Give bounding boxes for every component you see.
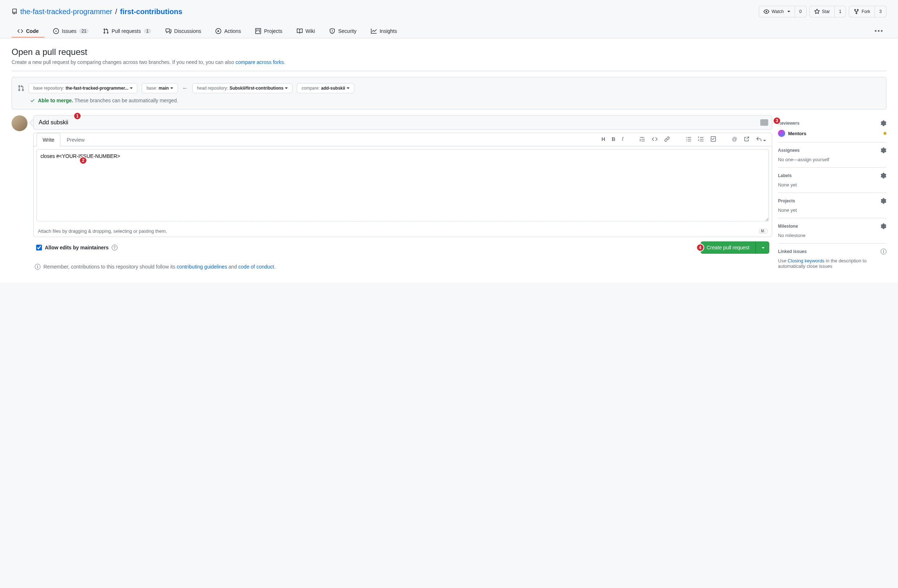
tab-actions[interactable]: Actions bbox=[210, 25, 246, 38]
fork-count[interactable]: 3 bbox=[875, 6, 886, 17]
projects-title[interactable]: Projects bbox=[778, 198, 795, 203]
issue-icon bbox=[53, 28, 59, 34]
book-icon bbox=[297, 28, 303, 34]
quote-icon[interactable] bbox=[640, 136, 645, 143]
annotation-3: 3 bbox=[773, 117, 781, 125]
tab-discussions[interactable]: Discussions bbox=[160, 25, 207, 38]
base-repo-select[interactable]: base repository: the-fast-tracked-progra… bbox=[29, 83, 137, 93]
bullet-list-icon[interactable] bbox=[686, 136, 692, 143]
markdown-badge[interactable]: M↓ bbox=[759, 229, 767, 233]
fork-icon bbox=[853, 9, 859, 14]
keyboard-shortcut-icon bbox=[760, 119, 768, 126]
gear-icon[interactable] bbox=[881, 147, 886, 153]
graph-icon bbox=[371, 28, 377, 34]
review-pending-dot bbox=[884, 132, 886, 135]
shield-icon bbox=[329, 28, 335, 34]
milestone-title[interactable]: Milestone bbox=[778, 224, 798, 229]
help-icon[interactable]: ? bbox=[112, 245, 117, 250]
arrow-left-icon: ← bbox=[182, 85, 188, 91]
closing-keywords-link[interactable]: Closing keywords bbox=[788, 258, 824, 264]
base-branch-select[interactable]: base: main bbox=[142, 83, 177, 93]
tasklist-icon[interactable] bbox=[710, 136, 716, 143]
code-icon[interactable] bbox=[652, 136, 658, 143]
linked-issues-title: Linked issues bbox=[778, 249, 807, 254]
pr-body-textarea[interactable] bbox=[37, 149, 769, 221]
assign-yourself-link[interactable]: assign yourself bbox=[798, 157, 829, 162]
preview-tab[interactable]: Preview bbox=[60, 133, 91, 146]
watch-count[interactable]: 0 bbox=[795, 6, 807, 17]
assignees-title[interactable]: Assignees bbox=[778, 148, 800, 153]
eye-icon bbox=[764, 9, 769, 14]
italic-icon[interactable]: I bbox=[622, 136, 624, 143]
page-subtitle: Create a new pull request by comparing c… bbox=[12, 59, 886, 65]
annotation-4: 4 bbox=[696, 244, 704, 252]
pull-request-icon bbox=[103, 28, 109, 34]
heading-icon[interactable]: H bbox=[601, 136, 605, 143]
pulls-count: 1 bbox=[144, 29, 151, 34]
info-icon[interactable]: i bbox=[881, 249, 886, 255]
allow-edits-label[interactable]: Allow edits by maintainers ? bbox=[36, 245, 117, 250]
check-icon bbox=[30, 98, 35, 103]
discussion-icon bbox=[166, 28, 171, 34]
repo-breadcrumb: the-fast-tracked-programmer / first-cont… bbox=[12, 8, 182, 16]
tab-insights[interactable]: Insights bbox=[365, 25, 403, 38]
star-button[interactable]: Star bbox=[809, 6, 835, 17]
issues-count: 21 bbox=[79, 29, 88, 34]
tab-projects[interactable]: Projects bbox=[249, 25, 288, 38]
compare-box: base repository: the-fast-tracked-progra… bbox=[12, 77, 886, 109]
gear-icon[interactable] bbox=[881, 173, 886, 178]
labels-title[interactable]: Labels bbox=[778, 173, 792, 178]
fork-button[interactable]: Fork bbox=[849, 6, 875, 17]
attach-hint[interactable]: Attach files by dragging & dropping, sel… bbox=[38, 229, 167, 234]
star-count[interactable]: 1 bbox=[835, 6, 846, 17]
annotation-2: 2 bbox=[79, 157, 87, 164]
tab-security[interactable]: Security bbox=[324, 25, 362, 38]
tab-pulls[interactable]: Pull requests 1 bbox=[97, 25, 157, 38]
compare-icon bbox=[18, 85, 24, 91]
repo-owner-link[interactable]: the-fast-tracked-programmer bbox=[20, 8, 112, 16]
reviewer-mentors[interactable]: Mentors bbox=[788, 131, 807, 136]
info-icon: i bbox=[35, 264, 40, 270]
tab-wiki[interactable]: Wiki bbox=[291, 25, 321, 38]
contributing-link[interactable]: contributing guidelines bbox=[177, 264, 227, 270]
cross-ref-icon[interactable] bbox=[744, 136, 749, 143]
write-tab[interactable]: Write bbox=[37, 133, 60, 146]
tab-issues[interactable]: Issues 21 bbox=[48, 25, 94, 38]
repo-name-link[interactable]: first-contributions bbox=[120, 8, 182, 16]
reply-icon[interactable] bbox=[756, 136, 766, 143]
conduct-link[interactable]: code of conduct bbox=[238, 264, 274, 270]
tab-code[interactable]: Code bbox=[12, 25, 45, 38]
bold-icon[interactable]: B bbox=[612, 136, 615, 143]
link-icon[interactable] bbox=[664, 136, 670, 143]
number-list-icon[interactable] bbox=[698, 136, 704, 143]
user-avatar[interactable] bbox=[12, 115, 28, 131]
create-pr-button[interactable]: Create pull request bbox=[701, 241, 755, 254]
mentors-avatar bbox=[778, 130, 785, 137]
watch-button[interactable]: Watch bbox=[759, 6, 795, 17]
mention-icon[interactable]: @ bbox=[732, 136, 737, 143]
pr-title-input[interactable] bbox=[34, 116, 772, 129]
create-pr-dropdown[interactable] bbox=[755, 241, 769, 254]
repo-icon bbox=[12, 9, 17, 14]
allow-edits-checkbox[interactable] bbox=[36, 245, 42, 250]
page-title: Open a pull request bbox=[12, 47, 886, 57]
project-icon bbox=[255, 28, 261, 34]
annotation-1: 1 bbox=[74, 112, 81, 120]
gear-icon[interactable] bbox=[881, 223, 886, 229]
reviewers-title[interactable]: Reviewers bbox=[778, 121, 799, 126]
code-icon bbox=[17, 28, 23, 34]
play-icon bbox=[215, 28, 221, 34]
kebab-menu[interactable]: ••• bbox=[872, 25, 886, 38]
star-icon bbox=[814, 9, 820, 14]
compare-branch-select[interactable]: compare: add-subskii bbox=[297, 83, 354, 93]
head-repo-select[interactable]: head repository: Subskii/first-contribut… bbox=[192, 83, 292, 93]
compare-forks-link[interactable]: compare across forks bbox=[235, 59, 284, 65]
gear-icon[interactable] bbox=[881, 198, 886, 204]
gear-icon[interactable] bbox=[881, 120, 886, 126]
